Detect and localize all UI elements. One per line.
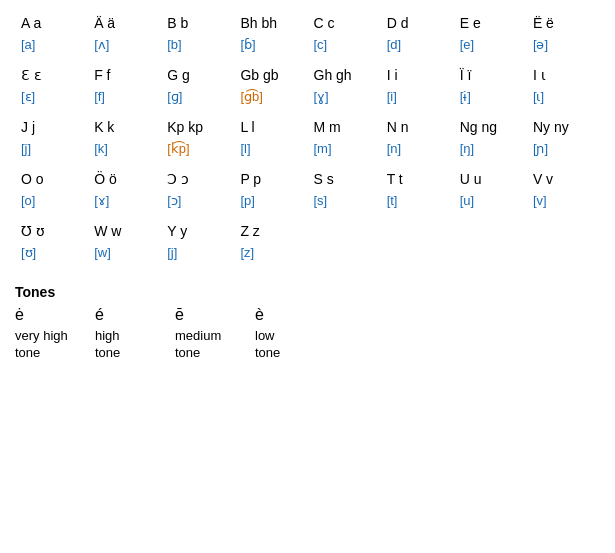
alphabet-letter: K k <box>94 118 114 138</box>
ipa-symbol: [o] <box>21 192 35 210</box>
alphabet-letter: Ng ng <box>460 118 497 138</box>
alphabet-letter: Ny ny <box>533 118 569 138</box>
ipa-symbol: [u] <box>460 192 474 210</box>
ipa-symbol: [ɡ] <box>167 88 182 106</box>
alphabet-cell: Kp kp[k͡p] <box>161 114 234 166</box>
alphabet-letter: Ï ï <box>460 66 472 86</box>
ipa-symbol: [b] <box>167 36 181 54</box>
ipa-symbol: [k] <box>94 140 108 158</box>
alphabet-letter: Ʊ ʊ <box>21 222 45 242</box>
ipa-symbol: [f] <box>94 88 105 106</box>
alphabet-cell: O o[o] <box>15 166 88 218</box>
ipa-symbol: [ɣ] <box>314 88 329 106</box>
alphabet-letter: Ɛ ɛ <box>21 66 42 86</box>
alphabet-cell: Ɛ ɛ[ɛ] <box>15 62 88 114</box>
alphabet-cell: A a[a] <box>15 10 88 62</box>
ipa-symbol: [ʌ] <box>94 36 109 54</box>
alphabet-cell <box>454 218 527 270</box>
alphabet-cell: Ë ë[ə] <box>527 10 600 62</box>
ipa-symbol: [s] <box>314 192 328 210</box>
ipa-symbol: [ɲ] <box>533 140 548 158</box>
alphabet-cell: D d[d] <box>381 10 454 62</box>
tones-title: Tones <box>15 284 600 300</box>
tone-item: ėvery hightone <box>15 306 95 362</box>
alphabet-letter: E e <box>460 14 481 34</box>
alphabet-letter: T t <box>387 170 403 190</box>
alphabet-cell: Ʊ ʊ[ʊ] <box>15 218 88 270</box>
alphabet-cell: Ng ng[ŋ] <box>454 114 527 166</box>
ipa-symbol: [n] <box>387 140 401 158</box>
alphabet-letter: Ë ë <box>533 14 554 34</box>
tone-item: èlowtone <box>255 306 335 362</box>
alphabet-letter: Y y <box>167 222 187 242</box>
alphabet-cell: Ɔ ɔ[ɔ] <box>161 166 234 218</box>
alphabet-cell: L l[l] <box>234 114 307 166</box>
alphabet-letter: V v <box>533 170 553 190</box>
alphabet-cell: S s[s] <box>308 166 381 218</box>
alphabet-cell: K k[k] <box>88 114 161 166</box>
tone-label: hightone <box>95 328 120 362</box>
alphabet-cell: W w[w] <box>88 218 161 270</box>
alphabet-letter: B b <box>167 14 188 34</box>
alphabet-letter: I ɩ <box>533 66 546 86</box>
ipa-symbol: [l] <box>240 140 250 158</box>
alphabet-cell: C c[c] <box>308 10 381 62</box>
alphabet-letter: F f <box>94 66 110 86</box>
alphabet-cell: I ɩ[ɩ] <box>527 62 600 114</box>
alphabet-cell: I i[i] <box>381 62 454 114</box>
tone-letter: ē <box>175 306 184 324</box>
tone-letter: é <box>95 306 104 324</box>
ipa-symbol: [t] <box>387 192 398 210</box>
alphabet-letter: Gh gh <box>314 66 352 86</box>
alphabet-cell: T t[t] <box>381 166 454 218</box>
ipa-symbol: [e] <box>460 36 474 54</box>
ipa-symbol: [ɓ] <box>240 36 255 54</box>
ipa-symbol: [j] <box>21 140 31 158</box>
alphabet-cell: Z z[z] <box>234 218 307 270</box>
tone-letter: è <box>255 306 264 324</box>
ipa-symbol: [m] <box>314 140 332 158</box>
alphabet-letter: I i <box>387 66 398 86</box>
alphabet-cell: E e[e] <box>454 10 527 62</box>
alphabet-letter: Kp kp <box>167 118 203 138</box>
alphabet-cell: V v[v] <box>527 166 600 218</box>
ipa-symbol: [ŋ] <box>460 140 474 158</box>
alphabet-cell: F f[f] <box>88 62 161 114</box>
alphabet-cell: Bh bh[ɓ] <box>234 10 307 62</box>
alphabet-letter: Ä ä <box>94 14 115 34</box>
alphabet-cell: Y y[j] <box>161 218 234 270</box>
ipa-symbol: [ɤ] <box>94 192 109 210</box>
alphabet-letter: C c <box>314 14 335 34</box>
ipa-symbol: [ə] <box>533 36 548 54</box>
ipa-symbol: [j] <box>167 244 177 262</box>
tone-label: lowtone <box>255 328 280 362</box>
tone-label: very hightone <box>15 328 68 362</box>
alphabet-letter: J j <box>21 118 35 138</box>
alphabet-letter: D d <box>387 14 409 34</box>
alphabet-letter: W w <box>94 222 121 242</box>
alphabet-cell: Ö ö[ɤ] <box>88 166 161 218</box>
alphabet-cell: U u[u] <box>454 166 527 218</box>
alphabet-letter: G g <box>167 66 190 86</box>
alphabet-letter: N n <box>387 118 409 138</box>
ipa-symbol: [ɨ] <box>460 88 471 106</box>
alphabet-cell <box>308 218 381 270</box>
alphabet-letter: A a <box>21 14 41 34</box>
alphabet-letter: Ɔ ɔ <box>167 170 189 190</box>
alphabet-letter: Ö ö <box>94 170 117 190</box>
alphabet-cell: Ny ny[ɲ] <box>527 114 600 166</box>
ipa-symbol: [p] <box>240 192 254 210</box>
alphabet-cell: N n[n] <box>381 114 454 166</box>
ipa-symbol: [a] <box>21 36 35 54</box>
alphabet-letter: L l <box>240 118 254 138</box>
alphabet-grid: A a[a]Ä ä[ʌ]B b[b]Bh bh[ɓ]C c[c]D d[d]E … <box>15 10 600 270</box>
alphabet-cell: Gh gh[ɣ] <box>308 62 381 114</box>
alphabet-letter: U u <box>460 170 482 190</box>
ipa-symbol: [z] <box>240 244 254 262</box>
ipa-symbol: [ɔ] <box>167 192 181 210</box>
alphabet-cell: M m[m] <box>308 114 381 166</box>
tones-section: Tones ėvery hightoneéhightoneēmediumtone… <box>15 280 600 362</box>
alphabet-letter: Bh bh <box>240 14 277 34</box>
ipa-symbol: [w] <box>94 244 111 262</box>
tone-item: ēmediumtone <box>175 306 255 362</box>
